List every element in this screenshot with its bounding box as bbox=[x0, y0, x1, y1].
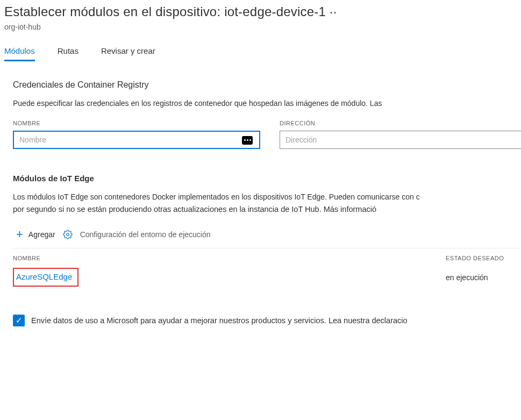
registry-description: Puede especificar las credenciales en lo… bbox=[13, 98, 521, 109]
runtime-settings-link[interactable]: Configuración del entorno de ejecución bbox=[80, 230, 211, 239]
usage-checkbox[interactable]: ✓ bbox=[13, 315, 25, 326]
tab-routes[interactable]: Rutas bbox=[58, 46, 78, 61]
modules-section-title: Módulos de IoT Edge bbox=[13, 174, 521, 183]
add-module-label: Agregar bbox=[28, 230, 55, 239]
module-state: en ejecución bbox=[446, 273, 488, 282]
tab-review-create[interactable]: Revisar y crear bbox=[101, 46, 155, 61]
registry-name-input[interactable] bbox=[13, 131, 260, 149]
table-header: NOMBRE ESTADO DESEADO bbox=[13, 255, 521, 261]
column-header-name: NOMBRE bbox=[13, 255, 446, 261]
add-module-button[interactable]: + Agregar bbox=[16, 227, 55, 241]
hub-name: org-iot-hub bbox=[4, 23, 521, 31]
plus-icon: + bbox=[16, 227, 23, 241]
modules-action-bar: + Agregar Configuración del entorno de e… bbox=[16, 227, 521, 241]
usage-text: Envíe datos de uso a Microsoft para ayud… bbox=[31, 316, 408, 325]
registry-fields: NOMBRE DIRECCIÓN bbox=[13, 120, 521, 149]
module-link-azuresqledge[interactable]: AzureSQLEdge bbox=[13, 268, 78, 287]
modules-description-line2: por segundo si no se están produciendo o… bbox=[13, 204, 521, 216]
registry-address-label: DIRECCIÓN bbox=[280, 120, 521, 126]
check-icon: ✓ bbox=[16, 316, 23, 325]
registry-address-input[interactable] bbox=[280, 131, 521, 149]
usage-data-row: ✓ Envíe datos de uso a Microsoft para ay… bbox=[13, 315, 521, 326]
modules-description-line1: Los módulos IoT Edge son contenedores Do… bbox=[13, 191, 521, 203]
modules-table: NOMBRE ESTADO DESEADO AzureSQLEdge en ej… bbox=[13, 255, 521, 287]
registry-section-title: Credenciales de Container Registry bbox=[13, 80, 521, 90]
password-reveal-icon[interactable] bbox=[242, 136, 253, 145]
registry-name-label: NOMBRE bbox=[13, 120, 260, 126]
table-row: AzureSQLEdge en ejecución bbox=[13, 268, 521, 287]
page-title: Establecer módulos en el dispositivo: io… bbox=[4, 4, 521, 19]
tab-modules[interactable]: Módulos bbox=[4, 46, 35, 61]
wizard-tabs: Módulos Rutas Revisar y crear bbox=[4, 46, 521, 62]
column-header-state: ESTADO DESEADO bbox=[446, 255, 504, 261]
svg-point-0 bbox=[66, 233, 69, 236]
divider bbox=[13, 248, 521, 248]
gear-icon bbox=[63, 230, 73, 239]
